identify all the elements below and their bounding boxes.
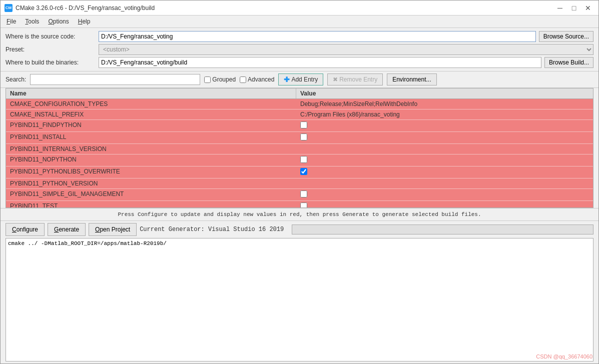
- table-header: Name Value: [6, 88, 593, 99]
- window-title: CMake 3.26.0-rc6 - D:/VS_Feng/ransac_vot…: [16, 4, 155, 12]
- advanced-checkbox-label[interactable]: Advanced: [240, 76, 274, 83]
- search-row: Search: Grouped Advanced ✚ Add Entry ✖ R…: [1, 71, 598, 88]
- table-cell-value: Debug;Release;MinSizeRel;RelWithDebInfo: [296, 99, 593, 109]
- browse-build-button[interactable]: Browse Build...: [544, 57, 593, 68]
- table-row: PYBIND11_PYTHON_VERSION: [6, 178, 593, 189]
- table-row: PYBIND11_NOPYTHON: [6, 154, 593, 166]
- menu-options[interactable]: Options: [44, 16, 73, 26]
- table-row: PYBIND11_TEST: [6, 201, 593, 208]
- table-row: CMAKE_INSTALL_PREFIXC:/Program Files (x8…: [6, 110, 593, 120]
- search-label: Search:: [6, 76, 26, 83]
- browse-source-button[interactable]: Browse Source...: [539, 31, 593, 42]
- preset-row: Preset: <custom>: [6, 44, 593, 55]
- table-cell-name: PYBIND11_INTERNALS_VERSION: [6, 144, 296, 154]
- table-cell-checkbox[interactable]: [300, 190, 307, 198]
- table-cell-value: C:/Program Files (x86)/ransac_voting: [296, 110, 593, 120]
- add-entry-button[interactable]: ✚ Add Entry: [278, 74, 323, 86]
- table-cell-checkbox[interactable]: [300, 134, 307, 140]
- table-cell-checkbox[interactable]: [300, 156, 307, 163]
- table-cell-name: CMAKE_CONFIGURATION_TYPES: [6, 99, 296, 109]
- table-cell-value: [296, 178, 593, 188]
- build-label: Where to build the binaries:: [6, 59, 96, 66]
- table-cell-checkbox[interactable]: [300, 202, 307, 208]
- source-row: Where is the source code: Browse Source.…: [6, 31, 593, 42]
- search-input[interactable]: [30, 74, 200, 85]
- progress-bar: [292, 224, 593, 234]
- menu-bar: File Tools Options Help: [1, 16, 598, 28]
- preset-select[interactable]: <custom>: [99, 44, 593, 55]
- menu-file[interactable]: File: [3, 16, 20, 26]
- table-row: PYBIND11_SIMPLE_GIL_MANAGEMENT: [6, 189, 593, 201]
- table-row: PYBIND11_INTERNALS_VERSION: [6, 144, 593, 154]
- table-cell-name: PYBIND11_PYTHON_VERSION: [6, 178, 296, 188]
- table-cell-value: [296, 189, 593, 200]
- plus-icon: ✚: [284, 76, 290, 84]
- remove-entry-button[interactable]: ✖ Remove Entry: [327, 74, 383, 86]
- menu-tools[interactable]: Tools: [21, 16, 43, 26]
- table-cell-name: PYBIND11_FINDPYTHON: [6, 120, 296, 132]
- remove-icon: ✖: [333, 76, 338, 83]
- table-body: CMAKE_CONFIGURATION_TYPESDebug;Release;M…: [6, 99, 593, 208]
- generator-label: Current Generator: Visual Studio 16 2019: [140, 226, 284, 233]
- table-cell-name: PYBIND11_NOPYTHON: [6, 154, 296, 166]
- log-line: cmake ../ -DMatlab_ROOT_DIR=/apps/matlab…: [8, 240, 591, 246]
- table-cell-value: [296, 154, 593, 166]
- config-table: Name Value CMAKE_CONFIGURATION_TYPESDebu…: [6, 88, 593, 208]
- table-row: PYBIND11_PYTHONLIBS_OVERWRITE: [6, 166, 593, 178]
- table-cell-name: PYBIND11_TEST: [6, 201, 296, 208]
- table-row: PYBIND11_INSTALL: [6, 132, 593, 144]
- build-input[interactable]: [99, 57, 541, 68]
- table-cell-value: [296, 166, 593, 178]
- source-input[interactable]: [99, 31, 536, 42]
- close-button[interactable]: ✕: [581, 3, 594, 13]
- table-row: CMAKE_CONFIGURATION_TYPESDebug;Release;M…: [6, 99, 593, 110]
- table-cell-value: [296, 144, 593, 154]
- grouped-checkbox[interactable]: [204, 76, 211, 83]
- environment-button[interactable]: Environment...: [387, 74, 436, 86]
- app-icon: CM: [5, 4, 13, 12]
- grouped-checkbox-label[interactable]: Grouped: [204, 76, 236, 83]
- table-cell-value: [296, 132, 593, 144]
- generate-button[interactable]: Generate: [48, 223, 86, 236]
- configure-button[interactable]: Configure: [6, 223, 45, 236]
- status-message: Press Configure to update and display ne…: [1, 208, 598, 220]
- preset-label: Preset:: [6, 46, 96, 53]
- form-area: Where is the source code: Browse Source.…: [1, 28, 598, 71]
- name-column-header: Name: [6, 88, 296, 98]
- source-label: Where is the source code:: [6, 33, 96, 40]
- table-cell-name: PYBIND11_SIMPLE_GIL_MANAGEMENT: [6, 189, 296, 200]
- table-cell-name: CMAKE_INSTALL_PREFIX: [6, 110, 296, 120]
- window-controls: ─ □ ✕: [553, 3, 594, 13]
- bottom-bar: Configure Generate Open Project Current …: [1, 220, 598, 238]
- table-cell-name: PYBIND11_PYTHONLIBS_OVERWRITE: [6, 166, 296, 178]
- open-project-button[interactable]: Open Project: [89, 223, 137, 236]
- advanced-checkbox[interactable]: [240, 76, 246, 83]
- table-cell-value: [296, 201, 593, 208]
- table-cell-checkbox[interactable]: [300, 122, 307, 128]
- table-row: PYBIND11_FINDPYTHON: [6, 120, 593, 132]
- minimize-button[interactable]: ─: [553, 3, 566, 13]
- table-cell-value: [296, 120, 593, 132]
- menu-help[interactable]: Help: [74, 16, 95, 26]
- build-row: Where to build the binaries: Browse Buil…: [6, 57, 593, 68]
- table-cell-checkbox[interactable]: [300, 168, 307, 175]
- maximize-button[interactable]: □: [567, 3, 580, 13]
- value-column-header: Value: [296, 88, 593, 98]
- table-cell-name: PYBIND11_INSTALL: [6, 132, 296, 144]
- title-bar: CM CMake 3.26.0-rc6 - D:/VS_Feng/ransac_…: [1, 0, 598, 16]
- log-area: cmake ../ -DMatlab_ROOT_DIR=/apps/matlab…: [6, 238, 593, 362]
